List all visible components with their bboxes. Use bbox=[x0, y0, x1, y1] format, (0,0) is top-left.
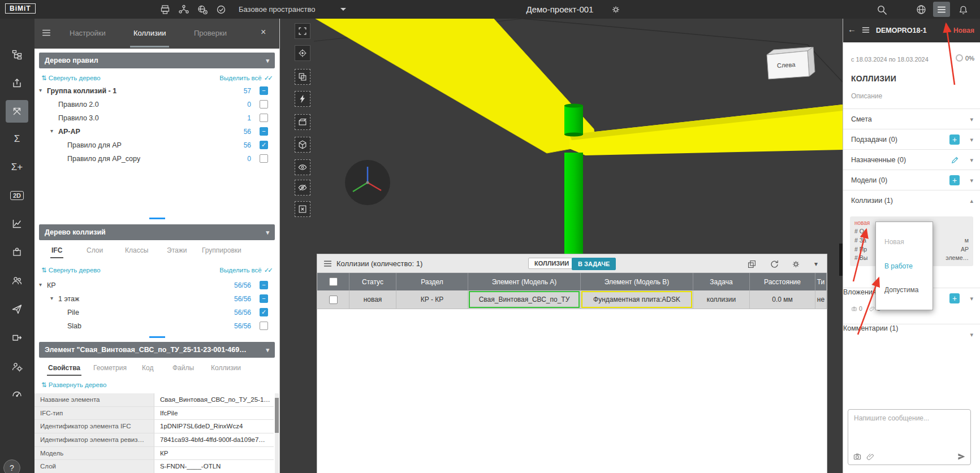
beam-yellow-left[interactable] bbox=[316, 19, 597, 153]
table-menu-icon[interactable] bbox=[323, 259, 333, 268]
table-settings-gear-icon[interactable] bbox=[790, 258, 801, 270]
select-all-checkbox[interactable] bbox=[329, 277, 338, 286]
globe-clock-icon[interactable] bbox=[196, 3, 209, 16]
tree-row[interactable]: Правило для АР 56 ✓ bbox=[34, 138, 279, 152]
navigation-cube[interactable]: Слева bbox=[763, 47, 817, 82]
add-subtask-button[interactable]: + bbox=[949, 134, 960, 145]
sidebar-item-sum-plus[interactable]: Σ+ bbox=[6, 156, 28, 179]
refresh-icon[interactable] bbox=[769, 258, 780, 270]
app-logo[interactable]: BiMiT bbox=[5, 3, 36, 14]
quick-clip-icon[interactable] bbox=[295, 91, 310, 107]
chevron-down-icon[interactable]: ▾ bbox=[970, 295, 973, 302]
task-list-icon[interactable] bbox=[861, 25, 870, 34]
menu-item-new[interactable]: Новая bbox=[876, 238, 932, 246]
sidebar-item-charts[interactable] bbox=[6, 212, 28, 235]
sidebar-item-user-settings[interactable] bbox=[6, 355, 28, 378]
pile-green-lower[interactable] bbox=[564, 153, 583, 256]
back-arrow-icon[interactable]: ← bbox=[848, 24, 856, 34]
devices-icon[interactable] bbox=[159, 3, 171, 16]
sidebar-item-publish[interactable] bbox=[6, 72, 28, 94]
property-row[interactable]: Название элементаСвая_Винтовая_СВС_по_ТУ… bbox=[34, 393, 274, 407]
section-assigned[interactable]: Назначенные (0) ▾ bbox=[843, 149, 980, 170]
tree-row-checkbox[interactable]: − bbox=[260, 294, 268, 303]
menu-item-in-progress[interactable]: В работе bbox=[876, 262, 932, 270]
sidebar-item-send[interactable] bbox=[6, 298, 28, 320]
panel-resize-handle[interactable] bbox=[149, 336, 165, 338]
section-collisions[interactable]: Коллизии (1) ▴ bbox=[843, 190, 980, 210]
property-row[interactable]: МодельКР bbox=[34, 447, 274, 461]
chevron-down-icon[interactable]: ▾ bbox=[970, 116, 973, 123]
collapse-tree-link[interactable]: ⇅ Свернуть дерево bbox=[41, 74, 101, 82]
section-plane-icon[interactable] bbox=[295, 114, 310, 130]
tab-properties[interactable]: Свойства bbox=[48, 364, 80, 372]
task-status-badge[interactable]: Новая bbox=[953, 27, 974, 34]
axis-gizmo[interactable] bbox=[344, 159, 391, 206]
tree-row[interactable]: Slab 56/56 bbox=[34, 319, 279, 333]
tree-row[interactable]: Правило для АР_copy 0 bbox=[34, 152, 279, 166]
tree-row-checkbox[interactable] bbox=[260, 322, 268, 330]
tree-row-checkbox[interactable] bbox=[260, 100, 268, 109]
help-button[interactable]: ? bbox=[3, 459, 20, 473]
expand-tree-link[interactable]: ⇅ Развернуть дерево bbox=[41, 381, 106, 389]
tab-groups[interactable]: Группировки bbox=[202, 246, 241, 254]
expander-icon[interactable]: ▾ bbox=[39, 87, 42, 93]
tab-layers[interactable]: Слои bbox=[87, 246, 103, 254]
tree-row[interactable]: Правило 3.0 1 bbox=[34, 111, 279, 125]
tab-element-collisions[interactable]: Коллизии bbox=[211, 364, 241, 372]
chevron-down-icon[interactable] bbox=[340, 8, 346, 11]
tab-checks[interactable]: Проверки bbox=[194, 29, 227, 37]
tree-row-checkbox[interactable]: − bbox=[260, 127, 268, 136]
sidebar-item-2d-view[interactable]: 2D bbox=[6, 184, 28, 207]
edit-pencil-icon[interactable] bbox=[951, 155, 960, 164]
tab-code[interactable]: Код bbox=[142, 364, 153, 372]
column-header[interactable]: Задача bbox=[693, 273, 750, 290]
section-box-icon[interactable] bbox=[295, 137, 310, 153]
table-row[interactable]: новая КР - КР Свая_Винтовая_СВС_по_ТУ Фу… bbox=[317, 290, 827, 309]
notifications-bell-icon[interactable] bbox=[957, 3, 969, 16]
in-task-filter-button[interactable]: В ЗАДАЧЕ bbox=[572, 258, 616, 270]
collapse-tree-link[interactable]: ⇅ Свернуть дерево bbox=[41, 266, 101, 274]
collisions-tree-header[interactable]: Дерево коллизий ▾ bbox=[39, 224, 275, 240]
collapse-panel-chevron-icon[interactable]: ▾ bbox=[810, 258, 822, 270]
select-all-link[interactable]: Выделить всё✓✓ bbox=[219, 74, 271, 82]
chevron-down-icon[interactable]: ▾ bbox=[970, 331, 973, 339]
sidebar-item-team[interactable] bbox=[6, 270, 28, 292]
property-row[interactable]: Идентификатор элемента IFC1pDNIP7SL6deD_… bbox=[34, 420, 274, 433]
chevron-down-icon[interactable]: ▾ bbox=[970, 136, 973, 144]
tree-row[interactable]: ▾ 1 этаж 56/56 − bbox=[34, 292, 279, 306]
tree-row-checkbox[interactable] bbox=[260, 154, 268, 163]
column-header[interactable]: Раздел bbox=[396, 273, 468, 290]
team-network-icon[interactable] bbox=[178, 3, 190, 16]
network-globe-icon[interactable] bbox=[915, 3, 927, 16]
pile-green-upper[interactable] bbox=[564, 105, 583, 134]
column-header[interactable]: Элемент (Модель В) bbox=[581, 273, 693, 290]
chevron-down-icon[interactable]: ▾ bbox=[970, 177, 973, 184]
tree-row-checkbox[interactable]: − bbox=[260, 86, 268, 95]
search-icon[interactable] bbox=[875, 3, 888, 16]
expander-icon[interactable]: ▾ bbox=[39, 281, 42, 288]
locate-target-icon[interactable] bbox=[295, 45, 310, 61]
menu-icon[interactable] bbox=[933, 2, 950, 17]
panel-resize-handle[interactable] bbox=[149, 218, 165, 219]
copy-overlap-icon[interactable] bbox=[746, 258, 757, 270]
sidebar-item-sum[interactable]: Σ bbox=[6, 128, 28, 150]
section-models[interactable]: Модели (0) + ▾ bbox=[843, 170, 980, 190]
section-subtasks[interactable]: Подзадачи (0) + ▾ bbox=[843, 129, 980, 149]
check-circle-icon[interactable] bbox=[215, 3, 227, 16]
sidebar-item-dashboard[interactable] bbox=[6, 382, 28, 405]
column-header[interactable]: Расстояние bbox=[750, 273, 815, 290]
tree-row-checkbox[interactable]: ✓ bbox=[260, 141, 268, 149]
menu-item-allowed[interactable]: Допустима bbox=[876, 286, 932, 294]
column-header[interactable]: Ти bbox=[815, 273, 827, 290]
chevron-down-icon[interactable]: ▾ bbox=[970, 157, 973, 164]
hide-elements-eye-off-icon[interactable] bbox=[295, 180, 310, 196]
project-settings-gear-icon[interactable] bbox=[610, 3, 622, 16]
tab-classes[interactable]: Классы bbox=[125, 246, 148, 254]
chevron-down-icon[interactable]: ▾ bbox=[261, 229, 269, 236]
tab-settings[interactable]: Настройки bbox=[70, 29, 106, 37]
chevron-down-icon[interactable]: ▾ bbox=[261, 346, 269, 354]
selection-window-icon[interactable] bbox=[295, 69, 310, 85]
expander-icon[interactable]: ▾ bbox=[50, 295, 53, 301]
attach-file-icon[interactable] bbox=[866, 453, 875, 461]
tree-row-checkbox[interactable]: ✓ bbox=[260, 308, 268, 316]
